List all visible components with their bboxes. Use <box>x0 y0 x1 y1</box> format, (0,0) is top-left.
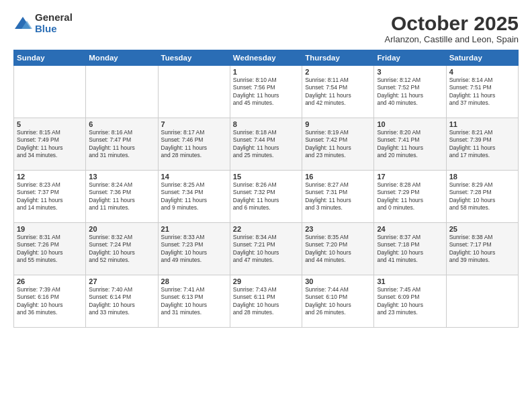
weekday-header-monday: Monday <box>86 50 158 66</box>
day-number: 1 <box>233 68 299 76</box>
day-number: 31 <box>377 277 443 285</box>
day-info: Sunrise: 8:29 AM Sunset: 7:28 PM Dayligh… <box>449 181 515 212</box>
day-number: 27 <box>89 277 154 285</box>
day-number: 24 <box>377 225 443 233</box>
calendar-cell: 4Sunrise: 8:14 AM Sunset: 7:51 PM Daylig… <box>446 66 518 118</box>
calendar-cell: 6Sunrise: 8:16 AM Sunset: 7:47 PM Daylig… <box>86 118 158 171</box>
day-number: 3 <box>377 68 443 76</box>
day-number: 6 <box>89 120 154 128</box>
day-info: Sunrise: 8:19 AM Sunset: 7:42 PM Dayligh… <box>305 129 371 160</box>
calendar-cell: 19Sunrise: 8:31 AM Sunset: 7:26 PM Dayli… <box>14 223 86 275</box>
day-number: 18 <box>449 173 515 181</box>
day-info: Sunrise: 8:24 AM Sunset: 7:36 PM Dayligh… <box>89 181 154 212</box>
calendar-week-row: 19Sunrise: 8:31 AM Sunset: 7:26 PM Dayli… <box>14 223 519 275</box>
location: Arlanzon, Castille and Leon, Spain <box>385 34 519 44</box>
day-info: Sunrise: 7:39 AM Sunset: 6:16 PM Dayligh… <box>17 286 83 317</box>
calendar-cell: 7Sunrise: 8:17 AM Sunset: 7:46 PM Daylig… <box>158 118 230 171</box>
weekday-header-thursday: Thursday <box>302 50 374 66</box>
day-info: Sunrise: 8:27 AM Sunset: 7:31 PM Dayligh… <box>305 181 371 212</box>
day-number: 16 <box>305 173 371 181</box>
logo-icon <box>13 14 32 33</box>
day-info: Sunrise: 8:20 AM Sunset: 7:41 PM Dayligh… <box>377 129 443 160</box>
day-number: 28 <box>161 277 227 285</box>
calendar-cell: 18Sunrise: 8:29 AM Sunset: 7:28 PM Dayli… <box>446 171 518 223</box>
logo-text: General Blue <box>35 12 73 34</box>
calendar-cell: 20Sunrise: 8:32 AM Sunset: 7:24 PM Dayli… <box>86 223 158 275</box>
calendar-cell: 26Sunrise: 7:39 AM Sunset: 6:16 PM Dayli… <box>14 275 86 328</box>
day-info: Sunrise: 8:17 AM Sunset: 7:46 PM Dayligh… <box>161 129 227 160</box>
day-info: Sunrise: 8:21 AM Sunset: 7:39 PM Dayligh… <box>449 129 515 160</box>
day-number: 14 <box>161 173 227 181</box>
calendar-table: SundayMondayTuesdayWednesdayThursdayFrid… <box>13 50 519 328</box>
calendar-cell: 12Sunrise: 8:23 AM Sunset: 7:37 PM Dayli… <box>14 171 86 223</box>
day-number: 25 <box>449 225 515 233</box>
calendar-cell: 17Sunrise: 8:28 AM Sunset: 7:29 PM Dayli… <box>374 171 446 223</box>
header: General Blue October 2025 Arlanzon, Cast… <box>13 12 519 44</box>
day-info: Sunrise: 8:26 AM Sunset: 7:32 PM Dayligh… <box>233 181 299 212</box>
calendar-cell: 5Sunrise: 8:15 AM Sunset: 7:49 PM Daylig… <box>14 118 86 171</box>
day-info: Sunrise: 8:28 AM Sunset: 7:29 PM Dayligh… <box>377 181 443 212</box>
day-number: 7 <box>161 120 227 128</box>
day-info: Sunrise: 8:18 AM Sunset: 7:44 PM Dayligh… <box>233 129 299 160</box>
calendar-cell <box>86 66 158 118</box>
day-info: Sunrise: 8:38 AM Sunset: 7:17 PM Dayligh… <box>449 234 515 265</box>
month-title: October 2025 <box>385 12 519 34</box>
calendar-cell: 27Sunrise: 7:40 AM Sunset: 6:14 PM Dayli… <box>86 275 158 328</box>
title-block: October 2025 Arlanzon, Castille and Leon… <box>385 12 519 44</box>
day-number: 29 <box>233 277 299 285</box>
day-number: 15 <box>233 173 299 181</box>
day-number: 21 <box>161 225 227 233</box>
weekday-header-saturday: Saturday <box>446 50 518 66</box>
day-info: Sunrise: 8:33 AM Sunset: 7:23 PM Dayligh… <box>161 234 227 265</box>
day-number: 13 <box>89 173 154 181</box>
day-number: 20 <box>89 225 154 233</box>
day-info: Sunrise: 7:44 AM Sunset: 6:10 PM Dayligh… <box>305 286 371 317</box>
day-number: 26 <box>17 277 83 285</box>
calendar-cell: 22Sunrise: 8:34 AM Sunset: 7:21 PM Dayli… <box>230 223 302 275</box>
day-info: Sunrise: 8:15 AM Sunset: 7:49 PM Dayligh… <box>17 129 83 160</box>
weekday-header-friday: Friday <box>374 50 446 66</box>
day-number: 23 <box>305 225 371 233</box>
day-number: 12 <box>17 173 83 181</box>
logo: General Blue <box>13 12 73 34</box>
calendar-cell: 21Sunrise: 8:33 AM Sunset: 7:23 PM Dayli… <box>158 223 230 275</box>
calendar-cell: 28Sunrise: 7:41 AM Sunset: 6:13 PM Dayli… <box>158 275 230 328</box>
day-info: Sunrise: 7:40 AM Sunset: 6:14 PM Dayligh… <box>89 286 154 317</box>
calendar-cell: 24Sunrise: 8:37 AM Sunset: 7:18 PM Dayli… <box>374 223 446 275</box>
calendar-cell: 16Sunrise: 8:27 AM Sunset: 7:31 PM Dayli… <box>302 171 374 223</box>
logo-blue: Blue <box>35 24 73 35</box>
day-number: 5 <box>17 120 83 128</box>
day-number: 11 <box>449 120 515 128</box>
day-info: Sunrise: 8:37 AM Sunset: 7:18 PM Dayligh… <box>377 234 443 265</box>
calendar-cell: 1Sunrise: 8:10 AM Sunset: 7:56 PM Daylig… <box>230 66 302 118</box>
day-number: 9 <box>305 120 371 128</box>
calendar-cell: 29Sunrise: 7:43 AM Sunset: 6:11 PM Dayli… <box>230 275 302 328</box>
calendar-cell: 30Sunrise: 7:44 AM Sunset: 6:10 PM Dayli… <box>302 275 374 328</box>
calendar-cell: 23Sunrise: 8:35 AM Sunset: 7:20 PM Dayli… <box>302 223 374 275</box>
calendar-cell: 14Sunrise: 8:25 AM Sunset: 7:34 PM Dayli… <box>158 171 230 223</box>
weekday-header-sunday: Sunday <box>14 50 86 66</box>
day-number: 10 <box>377 120 443 128</box>
calendar-cell <box>14 66 86 118</box>
calendar-cell: 25Sunrise: 8:38 AM Sunset: 7:17 PM Dayli… <box>446 223 518 275</box>
weekday-header-tuesday: Tuesday <box>158 50 230 66</box>
day-number: 2 <box>305 68 371 76</box>
day-info: Sunrise: 8:12 AM Sunset: 7:52 PM Dayligh… <box>377 77 443 107</box>
day-info: Sunrise: 8:34 AM Sunset: 7:21 PM Dayligh… <box>233 234 299 265</box>
day-info: Sunrise: 8:16 AM Sunset: 7:47 PM Dayligh… <box>89 129 154 160</box>
calendar-cell: 11Sunrise: 8:21 AM Sunset: 7:39 PM Dayli… <box>446 118 518 171</box>
calendar-cell: 2Sunrise: 8:11 AM Sunset: 7:54 PM Daylig… <box>302 66 374 118</box>
weekday-header-wednesday: Wednesday <box>230 50 302 66</box>
calendar-cell <box>446 275 518 328</box>
calendar-cell: 15Sunrise: 8:26 AM Sunset: 7:32 PM Dayli… <box>230 171 302 223</box>
calendar-week-row: 26Sunrise: 7:39 AM Sunset: 6:16 PM Dayli… <box>14 275 519 328</box>
calendar-cell: 9Sunrise: 8:19 AM Sunset: 7:42 PM Daylig… <box>302 118 374 171</box>
day-info: Sunrise: 8:25 AM Sunset: 7:34 PM Dayligh… <box>161 181 227 212</box>
day-number: 17 <box>377 173 443 181</box>
calendar-cell: 13Sunrise: 8:24 AM Sunset: 7:36 PM Dayli… <box>86 171 158 223</box>
calendar-cell: 31Sunrise: 7:45 AM Sunset: 6:09 PM Dayli… <box>374 275 446 328</box>
day-number: 8 <box>233 120 299 128</box>
calendar-week-row: 12Sunrise: 8:23 AM Sunset: 7:37 PM Dayli… <box>14 171 519 223</box>
day-info: Sunrise: 8:31 AM Sunset: 7:26 PM Dayligh… <box>17 234 83 265</box>
day-info: Sunrise: 7:41 AM Sunset: 6:13 PM Dayligh… <box>161 286 227 317</box>
